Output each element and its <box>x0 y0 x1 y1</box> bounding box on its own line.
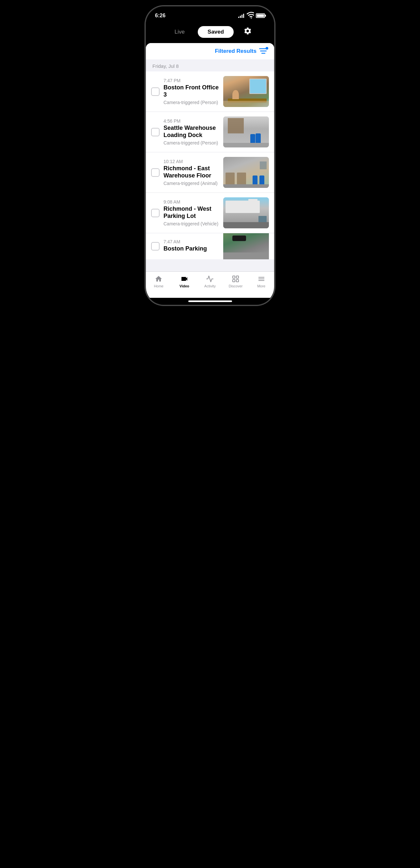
tab-home[interactable]: Home <box>149 275 169 288</box>
recording-name: Richmond - West Parking Lot <box>163 206 219 220</box>
recording-time: 10:12 AM <box>163 159 219 164</box>
date-header: Friday, Jul 8 <box>146 59 274 71</box>
recording-name: Boston Parking <box>163 245 219 252</box>
phone-frame: 6:26 Live Saved <box>146 6 274 305</box>
svg-rect-2 <box>261 53 265 54</box>
recording-thumbnail[interactable] <box>223 233 269 259</box>
battery-icon <box>256 13 265 18</box>
time-display: 6:26 <box>155 13 166 19</box>
select-checkbox[interactable] <box>151 128 159 136</box>
svg-rect-6 <box>236 280 239 282</box>
home-icon <box>155 275 162 283</box>
date-label: Friday, Jul 8 <box>152 63 179 69</box>
recording-name: Richmond - East Warehouse Floor <box>163 165 219 179</box>
tab-video[interactable]: Video <box>175 275 194 288</box>
tab-discover[interactable]: Discover <box>226 275 245 288</box>
recording-thumbnail[interactable] <box>223 157 269 188</box>
recording-item[interactable]: 7:47 AM Boston Parking <box>146 233 274 259</box>
tab-video-label: Video <box>179 284 189 288</box>
home-bar <box>188 301 232 302</box>
top-navigation: Live Saved <box>146 23 274 43</box>
svg-rect-5 <box>233 280 235 282</box>
select-checkbox[interactable] <box>151 209 159 217</box>
select-checkbox[interactable] <box>151 87 159 96</box>
recording-info: 10:12 AM Richmond - East Warehouse Floor… <box>163 159 219 186</box>
recording-info: 7:47 PM Boston Front Office 3 Camera-tri… <box>163 78 219 105</box>
tab-activity-label: Activity <box>204 284 216 288</box>
recordings-list: 7:47 PM Boston Front Office 3 Camera-tri… <box>146 71 274 259</box>
settings-button[interactable] <box>243 27 252 37</box>
tab-discover-label: Discover <box>229 284 243 288</box>
recording-item[interactable]: 10:12 AM Richmond - East Warehouse Floor… <box>146 152 274 193</box>
recording-name: Boston Front Office 3 <box>163 84 219 98</box>
select-checkbox[interactable] <box>151 168 159 177</box>
svg-rect-4 <box>236 276 239 278</box>
filter-icon-wrapper[interactable] <box>259 48 268 55</box>
recording-thumbnail[interactable] <box>223 197 269 228</box>
recording-info: 9:08 AM Richmond - West Parking Lot Came… <box>163 199 219 226</box>
status-bar: 6:26 <box>146 6 274 23</box>
select-checkbox[interactable] <box>151 242 159 250</box>
svg-rect-3 <box>233 276 235 278</box>
recording-time: 4:56 PM <box>163 118 219 124</box>
discover-icon <box>232 275 240 283</box>
recording-trigger: Camera-triggered (Vehicle) <box>163 221 219 226</box>
live-tab[interactable]: Live <box>168 26 191 38</box>
tab-home-label: Home <box>154 284 163 288</box>
signal-icon <box>238 13 244 18</box>
status-icons <box>238 11 265 20</box>
more-icon <box>258 275 265 283</box>
activity-icon <box>206 275 214 283</box>
recording-thumbnail[interactable] <box>223 76 269 107</box>
recording-item[interactable]: 7:47 PM Boston Front Office 3 Camera-tri… <box>146 71 274 112</box>
recording-info: 7:47 AM Boston Parking <box>163 239 219 254</box>
home-indicator <box>146 298 274 305</box>
recording-info: 4:56 PM Seattle Warehouse Loading Dock C… <box>163 118 219 145</box>
saved-tab[interactable]: Saved <box>198 26 234 38</box>
filter-bar: Filtered Results <box>146 43 274 59</box>
wifi-icon <box>246 11 254 20</box>
recording-time: 7:47 AM <box>163 239 219 244</box>
recording-time: 9:08 AM <box>163 199 219 205</box>
recording-trigger: Camera-triggered (Person) <box>163 100 219 105</box>
recording-item[interactable]: 4:56 PM Seattle Warehouse Loading Dock C… <box>146 112 274 152</box>
tab-more[interactable]: More <box>251 275 271 288</box>
svg-rect-1 <box>260 51 267 52</box>
filter-dot <box>266 47 268 50</box>
recording-thumbnail[interactable] <box>223 117 269 148</box>
recording-trigger: Camera-triggered (Person) <box>163 140 219 146</box>
recording-time: 7:47 PM <box>163 78 219 83</box>
recording-trigger: Camera-triggered (Animal) <box>163 181 219 186</box>
tab-activity[interactable]: Activity <box>200 275 220 288</box>
tab-bar: Home Video Activity Discover <box>146 271 274 298</box>
video-icon <box>180 275 188 283</box>
tab-more-label: More <box>257 284 265 288</box>
recording-name: Seattle Warehouse Loading Dock <box>163 125 219 138</box>
recording-item[interactable]: 9:08 AM Richmond - West Parking Lot Came… <box>146 193 274 233</box>
content-area: Filtered Results Friday, Jul 8 7:47 PM <box>146 43 274 271</box>
filtered-results-text[interactable]: Filtered Results <box>215 48 257 55</box>
